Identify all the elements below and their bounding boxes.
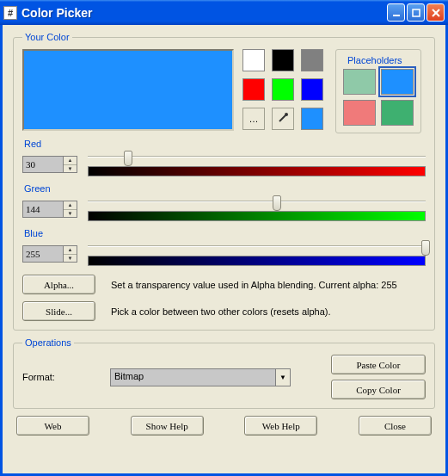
red-spinner[interactable]: ▲▼ [22, 156, 77, 173]
minimize-button[interactable] [387, 3, 405, 22]
chevron-down-icon: ▼ [275, 369, 290, 386]
current-color-swatch[interactable] [301, 108, 323, 130]
blue-slider[interactable] [88, 240, 426, 268]
close-button[interactable]: Close [359, 416, 432, 436]
blue-label: Blue [24, 228, 426, 238]
spinner-up-icon[interactable]: ▲ [64, 246, 77, 255]
placeholder-swatch[interactable] [381, 69, 414, 95]
format-label: Format: [22, 372, 100, 382]
ellipsis-icon: … [249, 114, 259, 124]
alpha-description: Set a transparency value used in Alpha b… [111, 280, 397, 290]
format-combobox[interactable]: Bitmap ▼ [110, 368, 291, 386]
svg-line-4 [279, 115, 285, 121]
placeholder-swatch[interactable] [343, 100, 376, 126]
your-color-group: Your Color … [13, 32, 435, 331]
slider-thumb[interactable] [421, 240, 430, 256]
green-spinner[interactable]: ▲▼ [22, 201, 77, 218]
paste-color-button[interactable]: Paste Color [331, 355, 426, 374]
swatch[interactable] [272, 49, 294, 71]
red-slider[interactable] [88, 151, 426, 178]
slide-button[interactable]: Slide... [22, 301, 95, 321]
your-color-legend: Your Color [22, 32, 72, 42]
placeholders-legend: Placeholders [345, 55, 405, 65]
format-value: Bitmap [111, 369, 275, 386]
more-swatch-button[interactable]: … [242, 108, 265, 130]
blue-gradient [88, 256, 426, 266]
operations-group: Operations Format: Bitmap ▼ Paste Color … [13, 337, 435, 409]
red-label: Red [24, 139, 426, 149]
spinner-up-icon[interactable]: ▲ [64, 201, 77, 210]
close-window-button[interactable] [427, 3, 445, 22]
spinner-up-icon[interactable]: ▲ [64, 157, 77, 165]
slider-thumb[interactable] [273, 195, 281, 211]
maximize-button[interactable] [407, 3, 425, 22]
web-button[interactable]: Web [16, 416, 89, 436]
placeholders-group: Placeholders [335, 49, 421, 133]
swatch[interactable] [272, 78, 294, 101]
swatch[interactable] [301, 78, 323, 101]
green-value-input[interactable] [23, 201, 63, 217]
window-title: Color Picker [21, 6, 387, 20]
app-icon: # [3, 6, 17, 20]
swatch[interactable] [301, 49, 323, 71]
operations-legend: Operations [22, 337, 74, 348]
titlebar: # Color Picker [0, 0, 448, 25]
green-label: Green [24, 183, 426, 194]
copy-color-button[interactable]: Copy Color [331, 380, 426, 399]
svg-rect-0 [393, 15, 400, 16]
slider-thumb[interactable] [124, 151, 132, 166]
green-gradient [88, 211, 426, 221]
placeholder-swatch[interactable] [381, 100, 414, 126]
swatch[interactable] [242, 49, 265, 71]
svg-rect-1 [413, 9, 420, 16]
color-preview [22, 49, 234, 131]
spinner-down-icon[interactable]: ▼ [64, 165, 77, 173]
blue-spinner[interactable]: ▲▼ [22, 245, 77, 263]
eyedropper-button[interactable] [272, 108, 294, 130]
spinner-down-icon[interactable]: ▼ [64, 255, 77, 263]
placeholder-swatch[interactable] [343, 69, 376, 95]
blue-value-input[interactable] [23, 246, 63, 262]
svg-point-5 [285, 113, 288, 116]
swatch[interactable] [242, 78, 265, 101]
show-help-button[interactable]: Show Help [131, 416, 204, 436]
red-gradient [88, 166, 426, 176]
slide-description: Pick a color between two other colors (r… [111, 306, 331, 317]
eyedropper-icon [277, 112, 289, 126]
red-value-input[interactable] [23, 157, 63, 172]
web-help-button[interactable]: Web Help [244, 416, 317, 436]
green-slider[interactable] [88, 195, 426, 223]
alpha-button[interactable]: Alpha... [22, 275, 95, 294]
spinner-down-icon[interactable]: ▼ [64, 210, 77, 218]
